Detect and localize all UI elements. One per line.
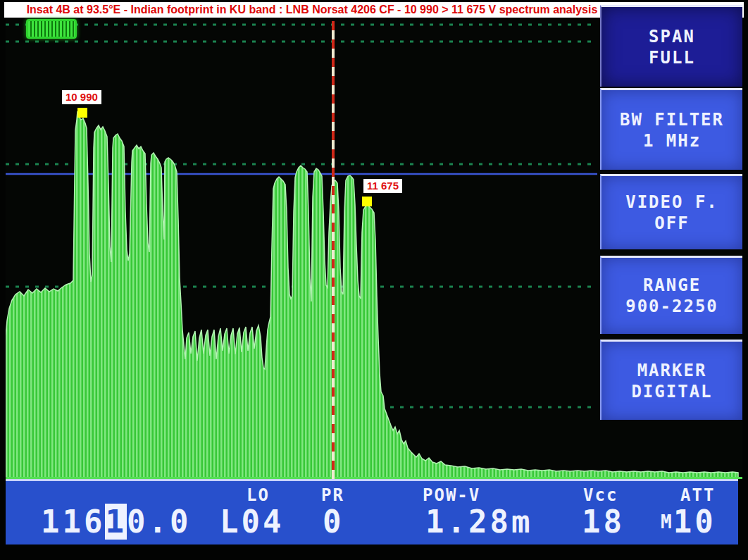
- button-label: 1 MHz: [643, 130, 701, 151]
- att-number: 10: [673, 504, 716, 540]
- frequency-edit-cursor: 1: [105, 504, 127, 540]
- frequency-digits: 116: [41, 504, 105, 540]
- analyzer-screen: Insat 4B at 93.5°E - Indian footprint in…: [0, 0, 748, 560]
- marker-label-11675: 11 675: [363, 179, 402, 193]
- button-label: FULL: [649, 47, 695, 68]
- pow-v-value: 1.28m: [425, 504, 532, 540]
- pow-v-label: POW-V: [423, 485, 480, 505]
- att-value: M10: [661, 504, 716, 540]
- att-label: ATT: [680, 485, 715, 505]
- range-button[interactable]: RANGE 900-2250: [600, 256, 742, 334]
- button-label: OFF: [654, 213, 689, 234]
- status-bar: LO PR POW-V Vcc ATT 11610.0 L04 0 1.28m …: [6, 479, 738, 545]
- marker-point-10990: [77, 108, 87, 118]
- button-label: MARKER: [637, 360, 707, 381]
- vcc-label: Vcc: [583, 485, 618, 505]
- pr-label: PR: [321, 485, 344, 505]
- att-mode-prefix: M: [661, 511, 672, 533]
- video-filter-button[interactable]: VIDEO F. OFF: [600, 174, 742, 249]
- bw-filter-button[interactable]: BW FILTER 1 MHz: [600, 88, 742, 170]
- button-label: BW FILTER: [620, 109, 724, 130]
- vcc-value: 18: [582, 504, 625, 540]
- frequency-field[interactable]: 11610.0: [41, 504, 191, 540]
- lo-value: L04: [220, 504, 284, 540]
- marker-digital-button[interactable]: MARKER DIGITAL: [600, 340, 742, 420]
- frequency-digits: 0.0: [127, 504, 191, 540]
- button-label: SPAN: [649, 26, 695, 47]
- lo-label: LO: [247, 485, 270, 505]
- button-label: VIDEO F.: [625, 192, 718, 213]
- marker-label-10990: 10 990: [62, 90, 101, 104]
- battery-full-icon: [26, 19, 77, 39]
- span-full-button[interactable]: SPAN FULL: [600, 5, 742, 87]
- button-label: DIGITAL: [631, 381, 712, 402]
- button-label: 900-2250: [625, 296, 718, 317]
- button-label: RANGE: [643, 275, 701, 296]
- marker-point-11675: [362, 197, 372, 206]
- pr-value: 0: [323, 504, 344, 540]
